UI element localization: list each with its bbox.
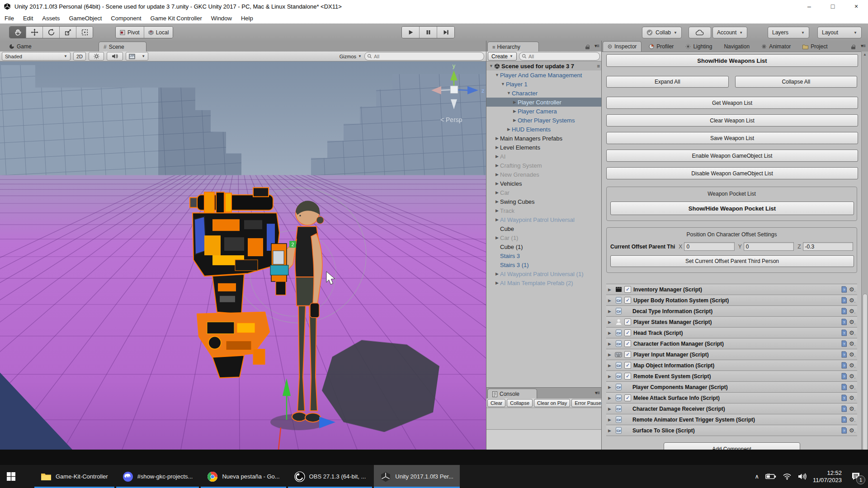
hierarchy-item-other-player-systems[interactable]: ▶Other Player Systems (486, 116, 601, 125)
step-button[interactable] (437, 27, 454, 38)
component-enabled-checkbox[interactable]: ✓ (624, 286, 631, 293)
gear-icon[interactable]: ⚙, (849, 319, 855, 325)
help-doc-icon[interactable]: ? (841, 319, 847, 325)
gear-icon[interactable]: ⚙, (849, 427, 855, 433)
console-log-area[interactable] (486, 408, 601, 430)
hierarchy-item-hud-elements[interactable]: ▶HUD Elements (486, 125, 601, 134)
menu-edit[interactable]: Edit (19, 13, 38, 23)
hierarchy-item-swing-cubes[interactable]: ▶Swing Cubes (486, 197, 601, 206)
hierarchy-item-player-controller[interactable]: ▶Player Controller (486, 98, 601, 107)
component-player-input-manager-script[interactable]: ▶✓Player Input Manager (Script)?⚙, (606, 349, 857, 360)
menu-assets[interactable]: Assets (38, 13, 64, 23)
gear-icon[interactable]: ⚙, (849, 417, 855, 422)
component-foldout-arrow[interactable]: ▶ (608, 428, 613, 433)
tab-navigation[interactable]: Navigation (719, 42, 754, 52)
panel-menu-icon[interactable]: ▾≡ (594, 43, 599, 49)
expand-arrow[interactable]: ▶ (512, 100, 518, 104)
expand-arrow[interactable]: ▶ (494, 181, 500, 186)
shading-mode-dropdown[interactable]: Shaded▼ (2, 52, 71, 61)
gear-icon[interactable]: ⚙, (849, 362, 855, 368)
create-button[interactable]: Create▼ (488, 52, 517, 61)
gear-icon[interactable]: ⚙, (849, 286, 855, 292)
tab-scene[interactable]: # Scene (99, 42, 146, 52)
hierarchy-item-cube[interactable]: Cube (486, 224, 601, 233)
hierarchy-search-field[interactable]: All (519, 52, 600, 61)
component-foldout-arrow[interactable]: ▶ (608, 374, 613, 379)
add-component-button[interactable]: Add Component (664, 442, 800, 450)
scrollbar-thumb[interactable] (863, 294, 868, 450)
component-map-object-information-script[interactable]: ▶C#✓Map Object Information (Script)?⚙, (606, 360, 857, 371)
tab-inspector[interactable]: Inspector (603, 41, 642, 52)
console-detail-area[interactable] (486, 430, 601, 450)
rect-tool-button[interactable] (76, 27, 93, 38)
collab-dropdown[interactable]: Collab▼ (642, 27, 682, 38)
component-foldout-arrow[interactable]: ▶ (608, 287, 613, 292)
console-clear-button[interactable]: Clear (487, 399, 505, 407)
component-inventory-manager-script[interactable]: ▶✓Inventory Manager (Script)?⚙, (606, 284, 857, 295)
hierarchy-item-ai-waypoint-patrol-universal-1[interactable]: ▶AI Waypoint Patrol Universal (1) (486, 269, 601, 278)
hand-tool-button[interactable] (9, 27, 26, 38)
expand-arrow[interactable]: ▶ (494, 272, 500, 276)
menu-game-kit-controller[interactable]: Game Kit Controller (146, 13, 207, 23)
component-enabled-checkbox[interactable]: ✓ (624, 297, 631, 304)
hierarchy-item-character[interactable]: ▼Character (486, 89, 601, 98)
scroll-up-arrow[interactable]: ▲ (862, 52, 868, 58)
component-character-faction-manager-script[interactable]: ▶C#✓Character Faction Manager (Script)?⚙… (606, 338, 857, 349)
component-foldout-arrow[interactable]: ▶ (608, 342, 613, 346)
tab-profiler[interactable]: Profiler (644, 42, 678, 52)
gear-icon[interactable]: ⚙, (849, 330, 855, 336)
expand-arrow[interactable]: ▶ (512, 118, 518, 122)
console-error-pause-button[interactable]: Error Pause (571, 399, 601, 407)
expand-arrow[interactable]: ▼ (500, 82, 506, 86)
hierarchy-item-car-1[interactable]: ▶Car (1) (486, 233, 601, 242)
taskbar-app-unity-2017-1-0f3-per[interactable]: Unity 2017.1.0f3 Per... (374, 465, 460, 488)
expand-arrow[interactable]: ▶ (494, 163, 500, 168)
component-remote-event-system-script[interactable]: ▶C#✓Remote Event System (Script)?⚙, (606, 371, 857, 382)
gear-icon[interactable]: ⚙, (849, 406, 855, 412)
tray-chevron-icon[interactable]: ∧ (755, 473, 759, 480)
menu-component[interactable]: Component (106, 13, 146, 23)
taskbar-app-show-gkc-projects[interactable]: #show-gkc-projects... (116, 465, 199, 488)
hierarchy-item-cube-1[interactable]: Cube (1) (486, 242, 601, 251)
expand-arrow[interactable]: ▼ (488, 64, 494, 68)
hierarchy-item-stairs-3-1[interactable]: Stairs 3 (1) (486, 260, 601, 269)
hierarchy-item-crafting-system[interactable]: ▶Crafting System (486, 161, 601, 170)
help-doc-icon[interactable]: ? (841, 405, 847, 412)
offset-field-y[interactable]: 0 (744, 242, 794, 251)
component-foldout-arrow[interactable]: ▶ (608, 298, 613, 303)
scale-tool-button[interactable] (60, 27, 76, 38)
layout-dropdown[interactable]: Layout▼ (817, 27, 862, 38)
expand-arrow[interactable]: ▶ (494, 217, 500, 222)
component-foldout-arrow[interactable]: ▶ (608, 309, 613, 314)
volume-icon[interactable] (798, 473, 807, 480)
pivot-toggle-button[interactable]: Pivot (116, 27, 144, 38)
hierarchy-item-track[interactable]: ▶Track (486, 206, 601, 215)
help-doc-icon[interactable]: ? (841, 286, 847, 293)
component-foldout-arrow[interactable]: ▶ (608, 331, 613, 335)
action-center-button[interactable]: 1 (848, 469, 863, 484)
scene-effects-dropdown[interactable]: ▼ (126, 52, 148, 61)
button-expand-all[interactable]: Expand All (606, 76, 729, 88)
tab-project[interactable]: Project (798, 42, 832, 52)
expand-arrow[interactable]: ▶ (494, 136, 500, 141)
component-enabled-checkbox[interactable]: ✓ (624, 319, 631, 325)
set-current-offset-button[interactable]: Set Current Offset Parent Third Person (610, 255, 854, 267)
hierarchy-item-main-managers-prefabs[interactable]: ▶Main Managers Prefabs (486, 134, 601, 143)
hierarchy-item-vehicles[interactable]: ▶Vehicles (486, 179, 601, 188)
battery-icon[interactable] (765, 474, 776, 479)
taskbar-clock[interactable]: 12:52 11/07/2023 (813, 469, 842, 484)
taskbar-app-obs-27-1-3-64-bit[interactable]: OBS 27.1.3 (64-bit, ... (288, 465, 373, 488)
help-doc-icon[interactable]: ? (841, 394, 847, 401)
component-foldout-arrow[interactable]: ▶ (608, 396, 613, 400)
gear-icon[interactable]: ⚙, (849, 297, 855, 303)
scene-viewport[interactable]: 2 y z < Persp (0, 61, 486, 450)
tab-hierarchy[interactable]: ≡ Hierarchy (487, 42, 539, 52)
component-foldout-arrow[interactable]: ▶ (608, 352, 613, 357)
gizmos-dropdown[interactable]: Gizmos▼ (340, 54, 362, 59)
cloud-services-button[interactable] (689, 27, 711, 38)
panel-menu-icon[interactable]: ▾≡ (861, 43, 865, 49)
expand-arrow[interactable]: ▶ (494, 199, 500, 204)
taskbar-app-game-kit-controller[interactable]: Game-Kit-Controller (34, 465, 114, 488)
hierarchy-item-scene-used-for-update-3-7[interactable]: ▼Scene used for update 3 7≡ (486, 61, 601, 70)
play-button[interactable] (402, 27, 420, 38)
